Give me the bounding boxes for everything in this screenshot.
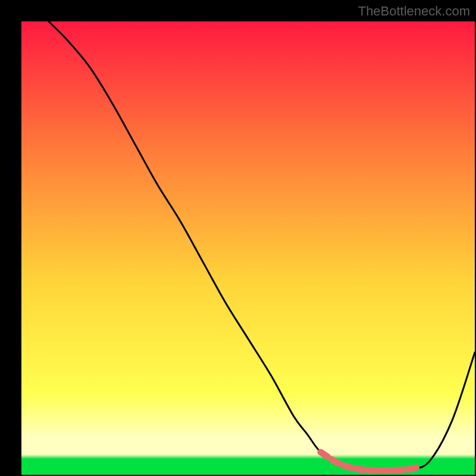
plot-background xyxy=(21,21,475,475)
watermark: TheBottleneck.com xyxy=(358,4,470,19)
chart-container: TheBottleneck.com xyxy=(0,0,476,476)
bottleneck-chart xyxy=(0,0,476,476)
